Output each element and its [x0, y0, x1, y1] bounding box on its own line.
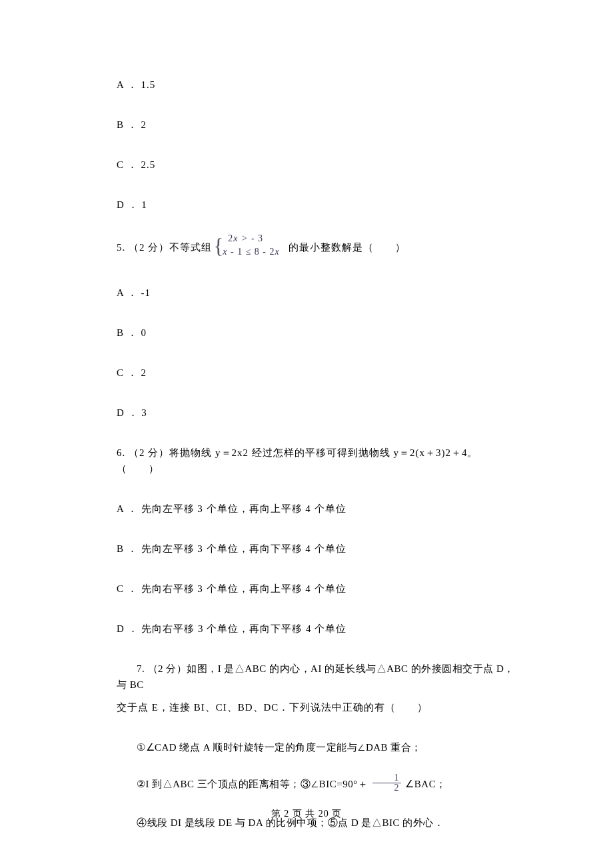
option-text: -1 [141, 287, 151, 298]
question-points: （2 分） [148, 663, 187, 674]
option-label: A [117, 79, 124, 90]
q6-option-c: C ． 先向右平移 3 个单位，再向上平移 4 个单位 [117, 581, 520, 597]
option-text: 先向左平移 3 个单位，再向上平移 4 个单位 [141, 503, 346, 514]
option-b: B ． 2 [117, 117, 520, 133]
inequality-system-icon: { 2x > - 3 x - 1 ≤ 8 - 2x [213, 237, 284, 261]
q5-option-a: A ． -1 [117, 285, 520, 301]
option-label: D [117, 199, 125, 210]
option-text: 1.5 [141, 79, 156, 90]
option-text: 先向右平移 3 个单位，再向上平移 4 个单位 [141, 583, 346, 594]
option-label: B [117, 119, 124, 130]
question-7-stem: 7. （2 分）如图，I 是△ABC 的内心，AI 的延长线与△ABC 的外接圆… [117, 661, 520, 693]
option-label: B [117, 327, 124, 338]
question-number: 6. [117, 447, 129, 458]
question-6-stem: 6. （2 分）将抛物线 y＝2x2 经过怎样的平移可得到抛物线 y＝2(x＋3… [117, 445, 520, 477]
math-line-2: x - 1 ≤ 8 - 2x [223, 245, 279, 259]
option-text: 1 [141, 199, 147, 210]
option-label: D [117, 623, 125, 634]
option-label: A [117, 503, 124, 514]
question-number: 7. [137, 663, 148, 674]
option-text: 2 [141, 119, 147, 130]
fraction-icon: 12 [372, 773, 402, 793]
question-points: （2 分） [129, 242, 169, 253]
q5-option-b: B ． 0 [117, 325, 520, 341]
statement-pre: ②I 到△ABC 三个顶点的距离相等；③∠BIC=90°＋ [137, 779, 371, 789]
q7-statement-1: ①∠CAD 绕点 A 顺时针旋转一定的角度一定能与∠DAB 重合； [117, 739, 520, 755]
q5-option-c: C ． 2 [117, 365, 520, 381]
statement-text: ①∠CAD 绕点 A 顺时针旋转一定的角度一定能与∠DAB 重合； [137, 742, 422, 753]
fraction-denominator: 2 [372, 783, 402, 793]
option-label: C [117, 159, 124, 170]
q6-option-d: D ． 先向右平移 3 个单位，再向下平移 4 个单位 [117, 621, 520, 637]
option-text: 2 [141, 367, 147, 378]
q6-option-b: B ． 先向左平移 3 个单位，再向下平移 4 个单位 [117, 541, 520, 557]
option-text: 2.5 [141, 159, 156, 170]
stem-pre: 不等式组 [169, 242, 212, 253]
option-a: A ． 1.5 [117, 77, 520, 93]
question-7-stem-b: 交于点 E，连接 BI、CI、BD、DC．下列说法中正确的有（ ） [117, 699, 520, 715]
option-label: B [117, 543, 124, 554]
q5-option-d: D ． 3 [117, 405, 520, 421]
question-number: 5. [117, 242, 129, 253]
option-text: 先向左平移 3 个单位，再向下平移 4 个单位 [141, 543, 346, 554]
page-number: 第 2 页 共 20 页 [271, 809, 342, 819]
option-c: C ． 2.5 [117, 157, 520, 173]
option-text: 先向右平移 3 个单位，再向下平移 4 个单位 [141, 623, 346, 634]
stem-post: 的最小整数解是（ ） [285, 242, 406, 253]
option-label: D [117, 407, 125, 418]
statement-post: ∠BAC； [402, 779, 446, 789]
q6-option-a: A ． 先向左平移 3 个单位，再向上平移 4 个单位 [117, 501, 520, 517]
option-d: D ． 1 [117, 197, 520, 213]
q7-statement-2: ②I 到△ABC 三个顶点的距离相等；③∠BIC=90°＋ 12 ∠BAC； [117, 775, 520, 795]
question-5-stem: 5. （2 分）不等式组 { 2x > - 3 x - 1 ≤ 8 - 2x 的… [117, 237, 520, 261]
option-label: C [117, 367, 124, 378]
option-label: C [117, 583, 124, 594]
stem-line-b: 交于点 E，连接 BI、CI、BD、DC．下列说法中正确的有（ ） [117, 702, 428, 713]
stem: 将抛物线 y＝2x2 经过怎样的平移可得到抛物线 y＝2(x＋3)2＋4。（ ） [117, 447, 478, 474]
fraction-numerator: 1 [372, 773, 402, 783]
question-points: （2 分） [129, 447, 169, 458]
page-footer: 第 2 页 共 20 页 [0, 807, 613, 821]
option-text: 0 [141, 327, 147, 338]
option-label: A [117, 287, 124, 298]
option-text: 3 [141, 407, 147, 418]
